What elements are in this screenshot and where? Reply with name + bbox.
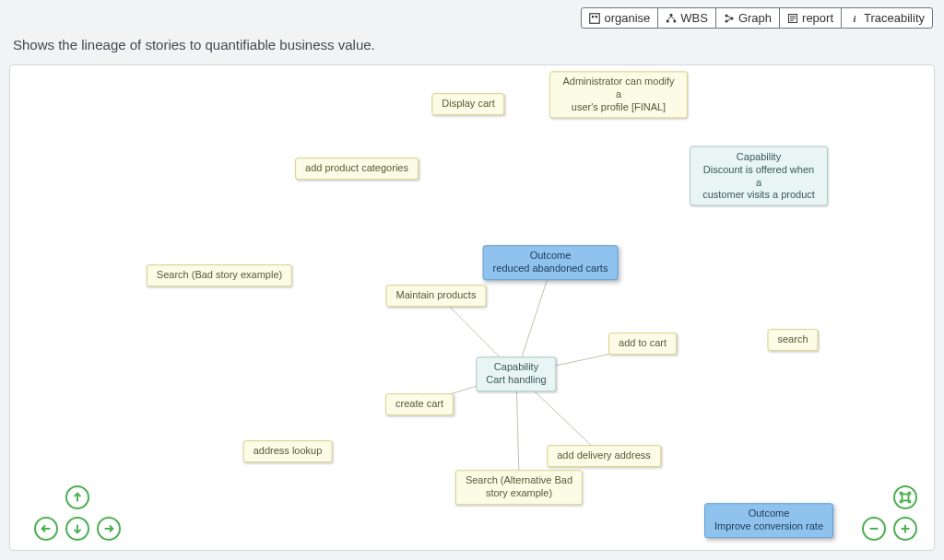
node-label-line1: Capability: [737, 151, 781, 162]
arrow-up-icon: [71, 491, 84, 504]
fit-screen-button[interactable]: [893, 485, 917, 509]
svg-rect-0: [590, 13, 600, 23]
node-label: address lookup: [254, 445, 323, 456]
node-label: search: [777, 333, 808, 344]
report-label: report: [802, 11, 833, 25]
graph-button[interactable]: Graph: [715, 7, 780, 29]
minus-icon: [867, 522, 880, 535]
arrow-left-icon: [40, 522, 53, 535]
node-label-line2: user's profile [FINAL]: [560, 101, 678, 114]
arrow-right-icon: [102, 522, 115, 535]
node-search[interactable]: search: [767, 329, 818, 351]
node-label: create cart: [395, 398, 443, 409]
node-label-line3: customer visits a product: [700, 189, 818, 202]
wbs-icon: [666, 13, 677, 24]
pan-left-button[interactable]: [34, 517, 58, 541]
node-label-line1: Search (Alternative Bad: [466, 474, 572, 485]
node-label-line2: Cart handling: [486, 374, 546, 387]
node-create-cart[interactable]: create cart: [385, 393, 454, 415]
graph-canvas[interactable]: Display cart Administrator can modify a …: [10, 65, 934, 550]
node-search-bad-example[interactable]: Search (Bad story example): [147, 264, 292, 286]
node-label-line2: Improve conversion rate: [714, 520, 823, 533]
svg-rect-17: [903, 495, 909, 501]
node-capability-cart-handling[interactable]: Capability Cart handling: [476, 356, 556, 391]
node-capability-discount[interactable]: Capability Discount is offered when a cu…: [690, 146, 828, 206]
zoom-out-button[interactable]: [862, 517, 886, 541]
node-display-cart[interactable]: Display cart: [431, 93, 504, 115]
zoom-in-button[interactable]: [893, 517, 917, 541]
node-label: Search (Bad story example): [157, 269, 282, 280]
report-icon: [787, 13, 798, 24]
pan-up-button[interactable]: [65, 485, 89, 509]
node-label-line1: Outcome: [530, 250, 572, 261]
plus-icon: [899, 522, 912, 535]
node-label: add to cart: [619, 337, 667, 348]
node-admin-modify-profile[interactable]: Administrator can modify a user's profil…: [549, 71, 688, 118]
wbs-label: WBS: [680, 11, 708, 25]
organise-button[interactable]: organise: [581, 7, 658, 29]
node-label: add delivery address: [557, 449, 651, 461]
svg-rect-1: [592, 16, 594, 18]
fit-icon: [899, 491, 912, 504]
graph-icon: [724, 13, 735, 24]
page-description: Shows the lineage of stories to quantifi…: [13, 37, 375, 52]
node-outcome-reduced-abandoned[interactable]: Outcome reduced abandoned carts: [483, 245, 619, 280]
node-label-line2: reduced abandoned carts: [493, 262, 608, 275]
node-label-line1: Administrator can modify a: [562, 76, 674, 99]
pan-right-button[interactable]: [97, 517, 121, 541]
node-add-product-categories[interactable]: add product categories: [295, 158, 419, 180]
graph-canvas-frame: Display cart Administrator can modify a …: [9, 64, 935, 551]
svg-point-3: [670, 13, 673, 16]
node-add-to-cart[interactable]: add to cart: [608, 332, 677, 355]
svg-point-5: [674, 19, 677, 22]
node-label: add product categories: [305, 162, 408, 173]
traceability-button[interactable]: i Traceability: [841, 7, 933, 29]
wbs-button[interactable]: WBS: [657, 7, 716, 29]
node-label-line2: story example): [466, 487, 572, 500]
node-label-line1: Outcome: [749, 508, 790, 519]
node-outcome-conversion[interactable]: Outcome Improve conversion rate: [704, 503, 833, 538]
organise-label: organise: [604, 11, 650, 25]
node-label-line1: Capability: [494, 361, 538, 372]
node-search-alt-bad[interactable]: Search (Alternative Bad story example): [455, 470, 583, 505]
svg-rect-2: [596, 16, 597, 18]
organise-icon: [589, 13, 600, 24]
graph-label: Graph: [738, 11, 772, 25]
info-icon: i: [849, 13, 860, 24]
svg-point-4: [667, 19, 669, 22]
node-maintain-products[interactable]: Maintain products: [386, 285, 487, 307]
view-toolbar: organise WBS Graph report i Traceability: [581, 7, 933, 29]
arrow-down-icon: [71, 522, 84, 535]
report-button[interactable]: report: [779, 7, 842, 29]
pan-down-button[interactable]: [65, 517, 89, 541]
node-address-lookup[interactable]: address lookup: [243, 440, 333, 462]
node-label: Display cart: [442, 98, 494, 109]
svg-text:i: i: [854, 13, 856, 23]
node-add-delivery-address[interactable]: add delivery address: [547, 445, 661, 467]
node-label: Maintain products: [396, 289, 477, 300]
node-label-line2: Discount is offered when a: [700, 163, 818, 189]
traceability-label: Traceability: [864, 11, 925, 25]
